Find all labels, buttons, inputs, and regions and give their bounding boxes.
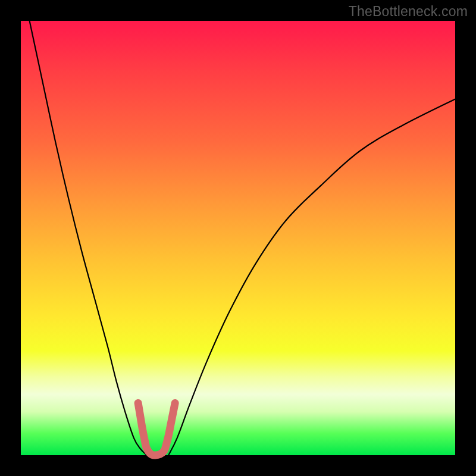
curves-svg — [21, 21, 455, 455]
chart-frame: TheBottleneck.com — [0, 0, 476, 476]
attribution-text: TheBottleneck.com — [349, 4, 468, 20]
plot-area — [21, 21, 455, 455]
trough-marker — [138, 403, 175, 455]
right-curve — [168, 99, 455, 455]
left-curve — [30, 21, 147, 455]
